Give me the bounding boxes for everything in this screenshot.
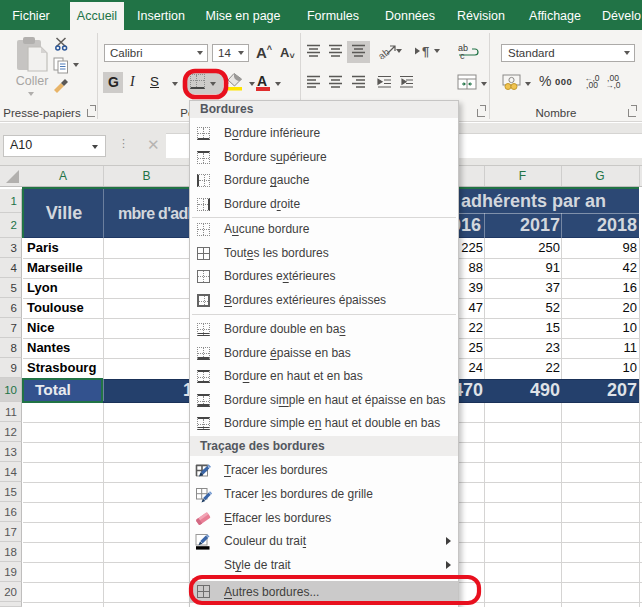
svg-text:c: c — [460, 51, 465, 59]
svg-text:¶: ¶ — [422, 44, 429, 59]
svg-text:ab: ab — [376, 46, 392, 59]
